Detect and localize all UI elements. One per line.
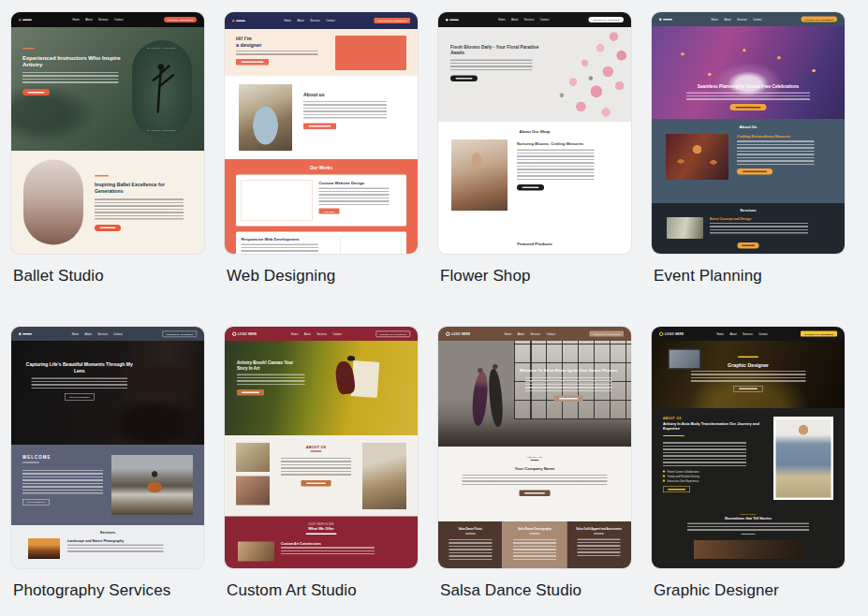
mini-nav-link: Services (310, 20, 320, 22)
mini-nav-link: About (304, 332, 311, 335)
template-preview-graphic-designer[interactable]: LOGO HERE Home About Services Contact Sc… (652, 327, 845, 568)
works-heading: Our Works (236, 165, 406, 170)
canvas-shape (351, 360, 380, 398)
welcome-button: Join For Newsletter (22, 499, 49, 506)
mini-nav-link: About (518, 332, 524, 335)
about-photo (239, 84, 292, 151)
dancer-man-head (493, 364, 498, 370)
template-gallery: Home About Services Contact Schedule App… (0, 0, 868, 600)
mini-nav-link: Contact (113, 332, 122, 335)
service-item-heading: Event Concept and Design (710, 217, 808, 221)
template-title[interactable]: Ballet Studio (13, 267, 204, 286)
mini-nav-link: Home (505, 332, 511, 335)
services-section: Services Landscape and Nature Photograph… (11, 525, 204, 568)
template-title[interactable]: Flower Shop (440, 267, 631, 286)
services-sub-heading: What We Offer (225, 526, 418, 531)
template-card-flower-shop: Home About Services Contact Schedule an … (438, 12, 631, 286)
template-card-graphic-designer: LOGO HERE Home About Services Contact Sc… (652, 327, 845, 600)
services-heading: Services (11, 530, 204, 535)
work-content: Responsive Web Development (242, 237, 326, 254)
feature-heading: Salsa Dance Points (444, 527, 497, 531)
about-section: ABOUT US (225, 435, 418, 517)
graphic-mini-site: LOGO HERE Home About Services Contact Sc… (652, 327, 845, 568)
mini-nav-link: Services (316, 332, 327, 335)
logo-text: LOGO HERE (665, 332, 684, 335)
template-title[interactable]: Photography Services (13, 581, 204, 600)
feature-paragraph-placeholder (578, 539, 621, 557)
mini-cta-button: Schedule an Appointment (590, 331, 625, 337)
hero-button (22, 89, 50, 95)
logo-text: LOGO HERE (451, 332, 470, 335)
about-photo (236, 477, 270, 506)
hero-paragraph-placeholder (450, 59, 533, 70)
mini-nav-link: Contact (546, 332, 554, 335)
template-preview-custom-art-studio[interactable]: LOGO HERE Home About Services Contact Sc… (225, 327, 418, 568)
hero-section: Fresh Blooms Daily - Your Floral Paradis… (438, 27, 631, 122)
about-photo (236, 443, 270, 472)
flower-mini-site: Home About Services Contact Schedule an … (438, 12, 631, 254)
hero-paragraph-placeholder (32, 378, 128, 389)
mini-cta-button: Schedule Appointment (164, 17, 197, 22)
mini-cta-button: Schedule an Appointment (162, 330, 197, 337)
ballet-mini-site: Home About Services Contact Schedule App… (11, 12, 204, 254)
template-title[interactable]: Graphic Designer (654, 581, 845, 600)
template-title[interactable]: Custom Art Studio (227, 581, 418, 600)
heading-underline (306, 534, 337, 535)
hero-section: Welcome To Salsa Ritmo Ignite Your Dance… (438, 341, 631, 447)
template-preview-salsa-dance-studio[interactable]: LOGO HERE Home About Services Contact Sc… (438, 327, 631, 568)
mini-nav-link: About (85, 19, 92, 22)
monitor-shape (668, 348, 701, 370)
about-section: About Our Shop Nurturing Blooms, Craftin… (438, 122, 631, 235)
service-paragraph-placeholder (67, 545, 164, 553)
template-preview-ballet-studio[interactable]: Home About Services Contact Schedule App… (11, 12, 204, 254)
hero-heading: Fresh Blooms Daily - Your Floral Paradis… (450, 44, 542, 56)
mini-header: LOGO HERE Home About Services Contact Sc… (438, 327, 631, 341)
service-photo (667, 217, 703, 239)
mini-header: LOGO HERE Home About Services Contact Sc… (225, 327, 418, 341)
logo-icon (659, 18, 662, 21)
template-title[interactable]: Web Designing (227, 267, 418, 286)
heading-underline (311, 451, 322, 452)
about-tag: ABOUT US (663, 417, 766, 419)
logo-icon (659, 331, 664, 336)
hero-tag-placeholder (22, 48, 35, 50)
about-heading: About us (303, 92, 387, 97)
ballet-dancer-icon (146, 61, 179, 117)
service-item-heading: Landscape and Nature Photography (67, 539, 164, 543)
template-title[interactable]: Event Planning (654, 267, 845, 286)
services-heading: Illustrations that Tell Stories (652, 517, 845, 521)
template-preview-web-designing[interactable]: Home About Services Contact Schedule an … (225, 12, 418, 254)
heading-underline (742, 534, 756, 535)
floor-shadow (438, 420, 631, 447)
button-label-placeholder (242, 392, 259, 394)
about-button (302, 480, 331, 487)
mini-nav-link: Contact (758, 332, 767, 335)
about-photo-frame (773, 417, 833, 500)
template-title[interactable]: Salsa Dance Studio (440, 581, 631, 600)
mini-nav-link: Contact (753, 18, 761, 21)
about-section: About Us Crafting Extraordinary Moments (652, 119, 845, 203)
heading-underline (531, 460, 539, 461)
hero-heading: Experienced Instructors Who Inspire Arti… (22, 54, 124, 68)
button-label-placeholder (736, 107, 761, 109)
about-content: ABOUT US (270, 443, 362, 517)
template-preview-photography-services[interactable]: Home About Services Contact Schedule an … (11, 327, 204, 568)
template-preview-flower-shop[interactable]: Home About Services Contact Schedule an … (438, 12, 631, 254)
mini-nav: Home About Services Contact (498, 19, 549, 22)
artist-cap (347, 356, 355, 361)
mini-nav: Home About Services Contact (712, 18, 762, 21)
works-section: Our Works Custom Website Design View Mor… (225, 159, 418, 254)
bullet-row: Interactive User Experience (663, 479, 766, 482)
mini-nav-link: About (297, 20, 303, 22)
hero-paragraph-placeholder (686, 93, 810, 101)
welcome-heading: WELCOME (22, 455, 107, 460)
about-sub-heading: Nurturing Blooms, Crafting Memories (517, 141, 587, 146)
mini-nav-link: Home (72, 19, 79, 22)
about-section: ABOUT US Your Company Name (438, 447, 631, 521)
hero-paragraph-placeholder (22, 72, 119, 83)
template-preview-event-planning[interactable]: Home About Services Contact Schedule an … (652, 12, 845, 254)
about-heading: Your Company Name (438, 466, 631, 471)
about-row: Nurturing Blooms, Crafting Memories (438, 139, 631, 211)
bullet-text: Timely and Reliable Delivery (668, 475, 700, 477)
template-card-ballet-studio: Home About Services Contact Schedule App… (11, 12, 204, 286)
